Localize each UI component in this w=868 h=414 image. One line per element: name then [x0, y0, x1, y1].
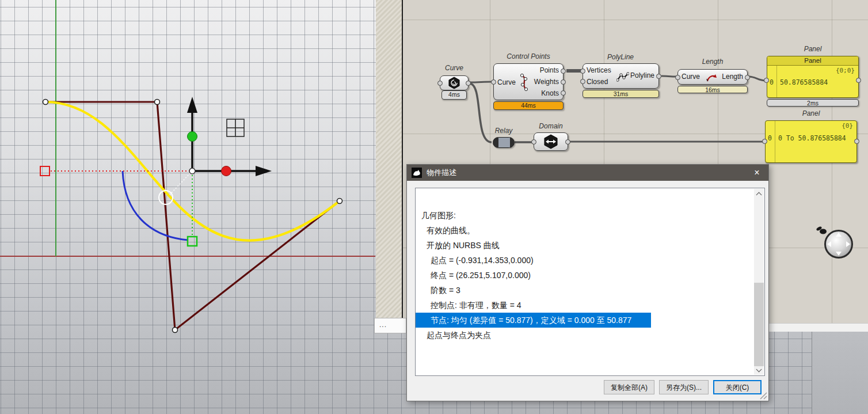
dialog-text-line[interactable]: 有效的曲线。: [416, 223, 764, 238]
dialog-titlebar[interactable]: 物件描述 ×: [407, 165, 768, 181]
length-output-nub[interactable]: [745, 75, 750, 80]
domain-node[interactable]: [534, 132, 568, 151]
control-point-4[interactable]: [337, 199, 342, 204]
polyline-caption: PolyLine: [607, 53, 634, 61]
control-points-node[interactable]: Curve Points Weights Knots: [493, 63, 564, 100]
dialog-text-line[interactable]: 控制点: 非有理，数量 = 4: [416, 298, 764, 313]
control-points-curve-input-nub[interactable]: [491, 79, 496, 85]
control-points-points-output-nub[interactable]: [561, 69, 566, 74]
save-as-button[interactable]: 另存为(S)...: [659, 380, 709, 394]
panel1-node[interactable]: Panel {0;0} 0 50.876585884: [767, 56, 859, 98]
dialog-text-line[interactable]: 几何图形:: [416, 208, 764, 223]
gumball-plane-icon[interactable]: [227, 119, 244, 136]
dialog-text-line[interactable]: 起点 = (-0.931,14.353,0.000): [416, 253, 764, 268]
curve-param-input-nub[interactable]: [437, 81, 443, 86]
panel1-output-nub[interactable]: [856, 78, 861, 83]
panel1-time-badge: 2ms: [767, 99, 859, 107]
polyline-node[interactable]: Vertices Closed Polyline: [583, 63, 659, 89]
dialog-text-line[interactable]: 终点 = (26.251,5.107,0.000): [416, 268, 764, 283]
wire-polyline-to-length: [661, 76, 676, 77]
dialog-scrollbar[interactable]: [754, 189, 764, 375]
polyline-vertices-input-nub[interactable]: [580, 69, 585, 74]
domain-output-nub[interactable]: [565, 139, 570, 145]
dialog-text-line[interactable]: 起点与终点为夹点: [416, 328, 764, 343]
panel2-body[interactable]: {0} 0 0 To 50.876585884: [766, 121, 856, 162]
panel2-gutter: [775, 121, 775, 162]
scroll-down-icon[interactable]: [754, 365, 764, 375]
length-time-badge: 16ms: [677, 86, 748, 93]
close-icon[interactable]: ×: [745, 165, 768, 181]
panel1-caption: Panel: [804, 45, 822, 53]
dialog-text-area[interactable]: 几何图形:有效的曲线。开放的 NURBS 曲线起点 = (-0.931,14.3…: [415, 188, 765, 376]
control-points-icon: [519, 73, 530, 92]
trackball-arrows: [826, 231, 851, 257]
green-square-snap-marker: [188, 237, 197, 246]
polyline-closed-label: Closed: [587, 78, 608, 86]
control-point-2[interactable]: [155, 100, 160, 105]
copy-all-button[interactable]: 复制全部(A): [604, 380, 654, 394]
length-icon: [705, 72, 718, 83]
gumball-red-handle[interactable]: [222, 166, 231, 176]
panel1-row-index: 0: [770, 78, 774, 86]
polyline-closed-input-nub[interactable]: [580, 79, 585, 84]
panel1-path-badge: {0;0}: [836, 67, 855, 74]
grasshopper-window-edge[interactable]: [376, 0, 402, 331]
resize-grip[interactable]: [759, 392, 767, 400]
close-button[interactable]: 关闭(C): [713, 380, 762, 394]
control-point-1[interactable]: [43, 100, 48, 105]
curve-param-time-badge: 4ms: [441, 90, 467, 100]
wire-length-to-panel: [749, 77, 766, 81]
polyline-vertices-label: Vertices: [587, 66, 611, 74]
gumball-origin-knob[interactable]: [189, 168, 195, 174]
control-points-input-label: Curve: [497, 78, 516, 86]
panel2-node[interactable]: {0} 0 0 To 50.876585884: [765, 120, 857, 163]
curve-param-node[interactable]: [440, 75, 469, 90]
polyline-output-nub[interactable]: [656, 74, 661, 79]
gumball-x-arrowhead[interactable]: [256, 166, 272, 176]
panel1-gutter: [776, 66, 777, 98]
length-node[interactable]: Curve Length: [677, 69, 748, 85]
dialog-title: 物件描述: [427, 168, 456, 178]
polyline-icon: [616, 71, 629, 82]
fly-cursor-icon: [815, 226, 828, 235]
control-points-caption: Control Points: [507, 52, 550, 60]
control-points-knots-label: Knots: [541, 89, 559, 97]
rhino-logo-icon: [412, 168, 422, 178]
panel1-body[interactable]: {0;0} 0 50.876585884: [767, 66, 858, 98]
panel2-path-badge: {0}: [842, 122, 853, 130]
length-output-label: Length: [722, 73, 743, 81]
control-points-knots-output-nub[interactable]: [561, 90, 566, 96]
relay-caption: Relay: [495, 127, 513, 135]
dialog-text-line[interactable]: 阶数 = 3: [416, 283, 764, 298]
control-points-weights-output-nub[interactable]: [561, 79, 566, 85]
white-dotted-guide: [170, 171, 192, 195]
curve-param-output-nub[interactable]: [466, 81, 471, 86]
object-description-dialog: 物件描述 × 几何图形:有效的曲线。开放的 NURBS 曲线起点 = (-0.9…: [406, 164, 769, 401]
curve-param-icon: [448, 77, 460, 89]
dialog-text-lines: 几何图形:有效的曲线。开放的 NURBS 曲线起点 = (-0.931,14.3…: [416, 188, 764, 343]
wire-curve-to-controlpoints: [470, 82, 492, 82]
dialog-text-line[interactable]: 开放的 NURBS 曲线: [416, 238, 764, 253]
control-point-3[interactable]: [173, 328, 178, 333]
curve-param-caption: Curve: [445, 64, 463, 72]
panel2-row-index: 0: [768, 134, 772, 142]
length-curve-input-nub[interactable]: [675, 75, 680, 80]
relay-node[interactable]: [493, 137, 515, 148]
polyline-output-label: Polyline: [630, 71, 654, 79]
dialog-text-line-selected[interactable]: 节点: 均匀 (差异值 = 50.877)，定义域 = 0.000 至 50.8…: [416, 313, 651, 328]
overflow-button[interactable]: ...: [374, 318, 406, 333]
gumball-green-handle[interactable]: [188, 132, 197, 142]
wire-curve-to-relay: [470, 83, 492, 142]
panel1-input-nub[interactable]: [764, 78, 769, 83]
domain-input-nub[interactable]: [531, 139, 536, 145]
scrollbar-thumb[interactable]: [754, 283, 764, 366]
control-points-points-label: Points: [540, 66, 559, 74]
scroll-up-icon[interactable]: [754, 189, 764, 199]
trackball-widget[interactable]: [824, 230, 853, 259]
red-square-marker: [40, 166, 50, 176]
panel2-row-value: 0 To 50.876585884: [778, 134, 846, 142]
panel2-input-nub[interactable]: [762, 139, 767, 144]
domain-icon: [543, 134, 559, 150]
gumball-y-arrowhead[interactable]: [187, 97, 197, 113]
panel2-output-nub[interactable]: [854, 139, 859, 144]
